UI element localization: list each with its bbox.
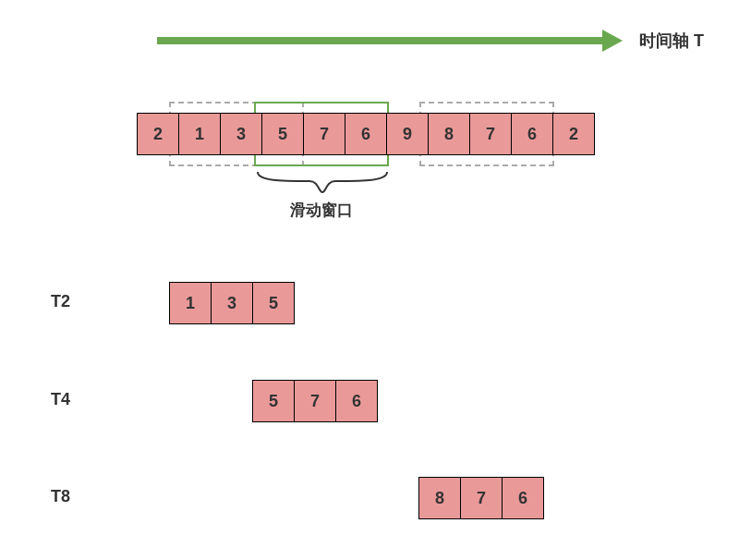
t4-cell-2: 6 [335, 380, 378, 422]
t2-cell-0: 1 [169, 282, 212, 324]
main-cell-4: 7 [303, 113, 345, 155]
t8-cell-1: 7 [460, 477, 503, 519]
t4-cell-1: 7 [294, 380, 336, 422]
main-cell-9: 6 [511, 113, 553, 155]
main-cell-3: 5 [261, 113, 304, 155]
main-cell-5: 6 [345, 113, 387, 155]
time-axis-arrow-head [602, 30, 623, 52]
row-label-t4: T4 [51, 390, 70, 409]
main-cell-2: 3 [220, 113, 262, 155]
main-cell-1: 1 [178, 113, 221, 155]
main-cell-0: 2 [137, 113, 179, 155]
row-label-t2: T2 [51, 292, 70, 311]
main-cell-6: 9 [386, 113, 429, 155]
t8-cell-0: 8 [418, 477, 461, 519]
main-cell-7: 8 [428, 113, 470, 155]
t2-cell-1: 3 [211, 282, 253, 324]
time-axis-label: 时间轴 T [639, 30, 704, 52]
sliding-window-label: 滑动窗口 [290, 200, 353, 221]
row-label-t8: T8 [51, 487, 70, 506]
t2-cell-2: 5 [252, 282, 295, 324]
t4-cell-0: 5 [252, 380, 295, 422]
main-cell-10: 2 [552, 113, 595, 155]
curly-brace-icon [254, 170, 391, 196]
main-cell-8: 7 [469, 113, 512, 155]
t8-cell-2: 6 [502, 477, 544, 519]
time-axis-arrow-line [157, 37, 602, 44]
